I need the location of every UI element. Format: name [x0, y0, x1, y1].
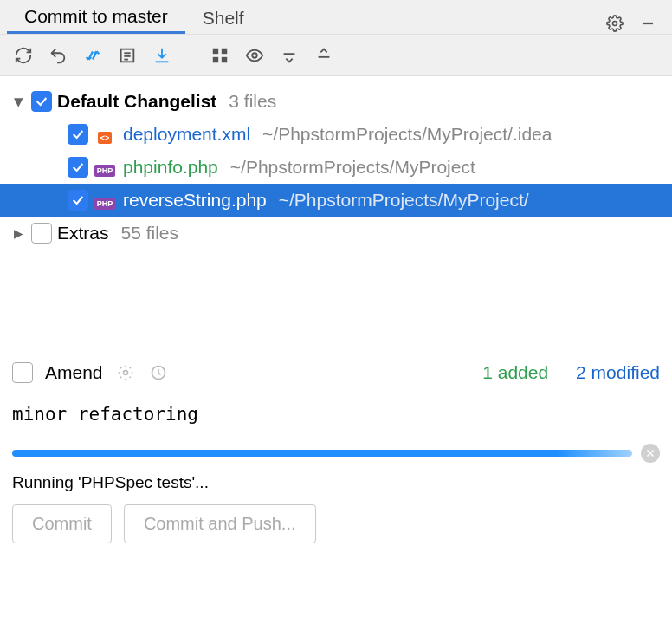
commit-message-input[interactable]: minor refactoring: [0, 392, 672, 444]
svg-rect-10: [222, 56, 227, 62]
checkbox[interactable]: [68, 157, 88, 178]
chevron-right-icon[interactable]: ▸: [10, 223, 26, 244]
collapse-icon[interactable]: [309, 41, 339, 70]
gear-icon-small[interactable]: [115, 362, 136, 383]
gear-icon[interactable]: [604, 13, 625, 34]
changelist-default[interactable]: ▾ Default Changelist 3 files: [0, 85, 672, 118]
svg-point-0: [613, 22, 617, 26]
file-path: ~/PhpstormProjects/MyProject: [230, 157, 475, 178]
history-icon[interactable]: [148, 362, 169, 383]
expand-icon[interactable]: [275, 41, 304, 70]
checkbox[interactable]: [68, 124, 88, 145]
file-row-selected[interactable]: PHP reverseString.php ~/PhpstormProjects…: [0, 184, 672, 217]
changelist-icon[interactable]: [113, 41, 142, 70]
file-path: ~/PhpstormProjects/MyProject/: [279, 190, 529, 211]
svg-rect-7: [213, 48, 218, 53]
file-row[interactable]: PHP phpinfo.php ~/PhpstormProjects/MyPro…: [0, 151, 672, 184]
svg-point-11: [252, 53, 257, 58]
added-count: 1 added: [482, 362, 548, 383]
amend-label: Amend: [45, 362, 103, 383]
php-file-icon: PHP: [94, 191, 116, 210]
svg-rect-9: [213, 56, 218, 62]
diff-icon[interactable]: [78, 41, 107, 70]
status-text: Running 'PHPSpec tests'...: [0, 468, 672, 504]
download-icon[interactable]: [147, 41, 177, 70]
svg-point-14: [123, 371, 127, 375]
amend-checkbox[interactable]: [12, 362, 33, 383]
cancel-icon[interactable]: [641, 444, 660, 463]
preview-icon[interactable]: [240, 41, 269, 70]
tab-commit[interactable]: Commit to master: [7, 0, 185, 34]
changelist-label: Extras: [57, 223, 109, 244]
changelist-label: Default Changelist: [57, 91, 216, 112]
changelist-count: 55 files: [121, 223, 179, 244]
changelist-extras[interactable]: ▸ Extras 55 files: [0, 217, 672, 250]
checkbox[interactable]: [31, 91, 52, 112]
file-name: reverseString.php: [123, 190, 267, 211]
refresh-icon[interactable]: [9, 41, 38, 70]
file-tree: ▾ Default Changelist 3 files <> deployme…: [0, 76, 672, 354]
file-name: deployment.xml: [123, 124, 250, 145]
checkbox[interactable]: [68, 190, 88, 211]
file-row[interactable]: <> deployment.xml ~/PhpstormProjects/MyP…: [0, 118, 672, 151]
modified-count: 2 modified: [576, 362, 660, 383]
commit-and-push-button[interactable]: Commit and Push...: [124, 504, 316, 543]
file-name: phpinfo.php: [123, 157, 218, 178]
chevron-down-icon[interactable]: ▾: [10, 91, 26, 112]
changelist-count: 3 files: [229, 91, 276, 112]
php-file-icon: PHP: [94, 158, 116, 177]
minimize-icon[interactable]: [637, 13, 658, 34]
tab-shelf[interactable]: Shelf: [185, 0, 262, 34]
commit-button[interactable]: Commit: [12, 504, 112, 543]
svg-rect-8: [222, 48, 227, 53]
checkbox[interactable]: [31, 223, 52, 244]
rollback-icon[interactable]: [43, 41, 73, 70]
progress-bar: [12, 450, 632, 457]
group-icon[interactable]: [205, 41, 235, 70]
file-path: ~/PhpstormProjects/MyProject/.idea: [262, 124, 552, 145]
xml-file-icon: <>: [94, 125, 116, 144]
